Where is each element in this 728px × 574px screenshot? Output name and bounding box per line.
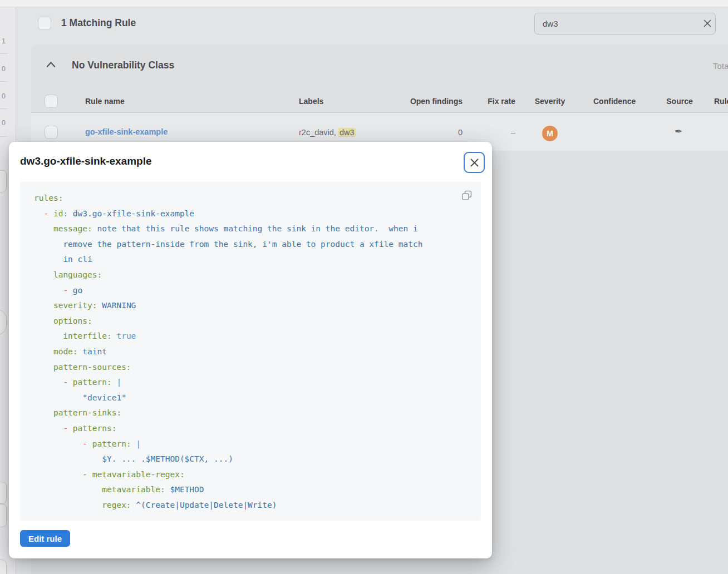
section-title: No Vulnerability Class — [72, 60, 174, 71]
close-icon — [470, 158, 479, 167]
rail-divider — [0, 81, 8, 82]
fix-rate-value: – — [476, 128, 515, 137]
rule-name-link[interactable]: go-xfile-sink-example — [85, 127, 168, 136]
col-header-open-findings: Open findings — [390, 97, 463, 106]
col-header-fix-rate: Fix rate — [476, 97, 515, 106]
copy-button[interactable] — [461, 190, 473, 202]
rail-divider — [0, 53, 8, 54]
col-header-source: Source — [663, 97, 696, 106]
sidebar-count: 0 — [0, 65, 6, 73]
source-pen-icon: ✒ — [675, 126, 682, 137]
rule-labels: r2c_david, dw3 — [299, 128, 356, 137]
close-button[interactable] — [464, 152, 485, 173]
rail-divider — [0, 136, 8, 137]
collapse-chevron-icon[interactable] — [46, 61, 56, 68]
open-findings-value: 0 — [390, 128, 463, 137]
edit-rule-button[interactable]: Edit rule — [20, 530, 70, 547]
rail-fragment — [0, 482, 7, 504]
rail-fragment — [0, 560, 7, 574]
header-checkbox[interactable] — [45, 95, 58, 108]
rules-page: 1 0 0 0 1 Matching Rule No Vulnerability… — [0, 0, 728, 574]
col-header-rule-name: Rule name — [85, 97, 125, 106]
select-all-checkbox[interactable] — [38, 17, 51, 30]
rail-divider — [0, 108, 8, 109]
row-checkbox[interactable] — [45, 126, 58, 139]
col-header-rule: Rule — [714, 97, 728, 106]
col-header-severity: Severity — [527, 97, 573, 106]
top-strip — [0, 0, 728, 7]
rules-search-input[interactable] — [534, 13, 716, 34]
rail-fragment — [0, 170, 7, 192]
rule-yaml-code: rules: - id: dw3.go-xfile-sink-example m… — [34, 191, 473, 513]
modal-title: dw3.go-xfile-sink-example — [20, 155, 152, 167]
sidebar-count: 1 — [0, 37, 6, 45]
code-block: rules: - id: dw3.go-xfile-sink-example m… — [20, 182, 481, 521]
label-highlight: dw3 — [338, 128, 356, 137]
total-label: Tota — [713, 61, 728, 71]
col-header-labels: Labels — [299, 97, 323, 106]
rail-fragment — [0, 504, 7, 527]
col-header-confidence: Confidence — [593, 97, 636, 106]
severity-badge: M — [542, 126, 558, 141]
matching-rules-count: 1 Matching Rule — [61, 17, 136, 29]
sidebar-count: 0 — [0, 118, 6, 127]
label-plain: r2c_david, — [299, 128, 338, 137]
copy-icon — [461, 190, 473, 202]
clear-search-icon[interactable] — [702, 18, 712, 28]
sidebar-count: 0 — [0, 92, 6, 100]
